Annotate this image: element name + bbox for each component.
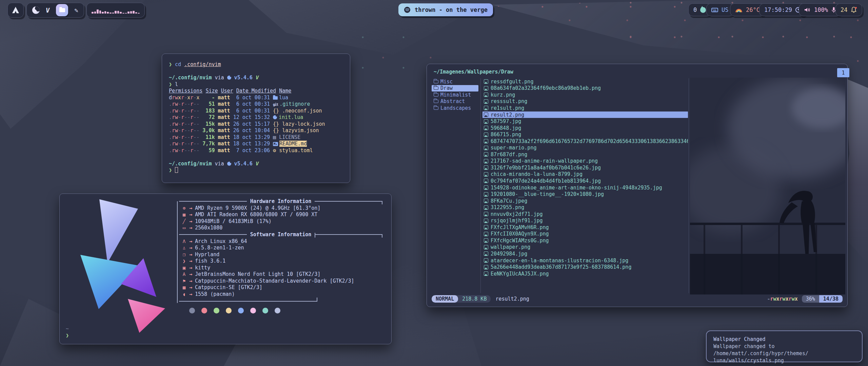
palette-color-dot (250, 308, 256, 313)
scroll-percent: 36% (802, 295, 819, 303)
file-list-item[interactable]: ressdfgult.png (482, 78, 688, 85)
sidebar-item-landscapes[interactable]: Landscapes (432, 105, 478, 111)
firefox-workspace-icon[interactable] (32, 6, 40, 14)
file-size: 72 (202, 114, 218, 120)
file-list-item[interactable]: 3126f7e9bbf21a8a4af0b67b041c6e26.jpg (482, 164, 688, 171)
ls-file-row[interactable]: .rw-r--r-- 72 matt 12 oct 15:32 init.lua (169, 114, 343, 121)
image-file-icon (484, 119, 488, 124)
file-size: 218.8 KB (458, 295, 491, 303)
ls-file-row[interactable]: .rw-r--r-- 7,7k matt 18 oct 13:29 M↓READ… (169, 141, 343, 147)
visualizer-bar (138, 13, 140, 14)
file-name: super-mario.png (491, 145, 536, 151)
ls-file-row[interactable]: drwxr-xr-x - matt 6 oct 00:31 lua (169, 95, 343, 101)
file-list-item[interactable]: chica-mirando-la-luna-8799.jpg (482, 171, 688, 178)
ls-file-row[interactable]: .rw-r--r-- 11k matt 18 oct 13:29 ▤ LICEN… (169, 134, 343, 141)
terminal-window[interactable]: ❯ cd .config/nvim ~/.config/nvim via v5.… (162, 54, 350, 183)
visualizer-bar (112, 13, 114, 14)
file-list-item[interactable]: resssult.png (482, 98, 688, 105)
file-name: 154928-odinokoe_anime-art-anime-okno-sin… (491, 185, 662, 191)
file-list-item[interactable]: kurz.png (482, 92, 688, 98)
visualizer-bar (127, 12, 130, 14)
ls-file-row[interactable]: .rw-r--r-- 51 matt 6 oct 00:31 git.gitig… (169, 101, 343, 108)
file-list-item[interactable]: rsjqojlmjhf91.jpg (482, 217, 688, 224)
file-list-item[interactable]: 587597.jpg (482, 118, 688, 125)
file-list-item[interactable]: result2.png (482, 111, 688, 118)
image-file-icon (484, 232, 488, 236)
sidebar-item-draw[interactable]: Draw (432, 85, 478, 92)
sidebar-item-abstract[interactable]: Abstract (432, 98, 478, 105)
file-list-item[interactable]: FXfcJlTXgAMvH6R.png (482, 224, 688, 231)
file-list-item[interactable]: 8FKa7Cu.jpeg (482, 198, 688, 204)
file-list-item[interactable]: 19201080-__blue-tinge__-1920×1080.jpg (482, 191, 688, 198)
file-list-item[interactable]: 154928-odinokoe_anime-art-anime-okno-sin… (482, 184, 688, 191)
file-list-item[interactable]: 0c794faf07de24a4db4d4fb1eb813964.jpg (482, 178, 688, 184)
file-list-item[interactable]: 87r687df.png (482, 151, 688, 158)
shell-cwd: ~/.config/nvim (169, 75, 212, 81)
packages-icon: ◖ (179, 291, 189, 297)
file-date: 26 oct 10:04 (233, 127, 273, 134)
file-list-item[interactable]: 866715.png (482, 131, 688, 138)
ls-file-row[interactable]: .rw-r--r-- 183 matt 6 oct 00:31 {} .neoc… (169, 108, 343, 115)
notifications-count: 24 (841, 6, 847, 13)
file-list-item[interactable]: 68747470733a2f2f696d616765732d7769786d70… (482, 138, 688, 145)
notifications-module[interactable]: 24 (835, 3, 862, 16)
software-section-header: Software Information (179, 231, 382, 238)
theme-icon: ⚑ (179, 278, 189, 284)
paint-workspace-icon[interactable]: ✎ (74, 6, 78, 14)
launcher-button[interactable] (7, 3, 24, 18)
fetch-shell-prompt[interactable]: ~ ❯ (66, 325, 69, 339)
sidebar-item-misc[interactable]: Misc (432, 78, 478, 85)
file-name: 5a266e448add93deab367d87173e9f25-6837886… (491, 264, 631, 270)
fetch-frame-line (177, 201, 178, 303)
file-list-item[interactable]: 217167-sad-anime-rain-wallpaper.png (482, 158, 688, 165)
file-list-item[interactable]: 5a266e448add93deab367d87173e9f25-6837886… (482, 264, 688, 270)
fetch-info-row: ♙→6.5.8-zen1-1-zen (179, 245, 382, 251)
icons-icon: ▩ (179, 285, 189, 290)
file-list-item[interactable]: 596848.jpg (482, 125, 688, 131)
audio-module[interactable]: 100% (799, 3, 841, 16)
file-name: 596848.jpg (491, 125, 521, 131)
folder-icon (434, 106, 438, 110)
file-size: 15k (202, 121, 218, 127)
files-workspace-active[interactable] (56, 4, 68, 16)
file-list-item[interactable]: FXfcHgcWIAMzs0G.png (482, 237, 688, 244)
file-list-item[interactable]: atardecer-en-la-montanas-ilustracion-634… (482, 257, 688, 264)
arrow-icon: → (189, 205, 195, 211)
bell-icon (851, 6, 857, 13)
image-file-icon (484, 271, 488, 276)
ls-file-row[interactable]: .rw-r--r-- 15k matt 26 oct 15:17 {} lazy… (169, 121, 343, 128)
image-file-icon (484, 146, 488, 150)
ls-file-row[interactable]: .rw-r--r-- 59 matt 7 oct 23:06 ⚙ stylua.… (169, 147, 343, 154)
lua-version: v5.4.6 (231, 75, 256, 81)
file-list-item[interactable]: super-mario.png (482, 144, 688, 151)
file-list-item[interactable]: wallpaper.png (482, 244, 688, 251)
file-list-item[interactable]: 08a634fa02a32364f69ebc86a98eb1eb.png (482, 85, 688, 92)
file-name: wallpaper.png (491, 244, 530, 250)
vim-workspace-icon[interactable]: V (45, 6, 51, 14)
visualizer-bar (135, 12, 137, 14)
file-list: ressdfgult.png08a634fa02a32364f69ebc86a9… (482, 78, 688, 277)
keyboard-layout-module[interactable]: US (706, 3, 733, 16)
file-list-item[interactable]: 20492984.jpg (482, 250, 688, 257)
sidebar-item-minimalist[interactable]: Minimalist (432, 92, 478, 98)
terminal-input-line[interactable]: ❯ (169, 167, 343, 174)
tab-badge[interactable]: 1 (837, 68, 849, 77)
file-list-item[interactable]: re1sult.png (482, 105, 688, 111)
file-manager-window[interactable]: ~/Imagenes/Wallpapers/Draw 1 MiscDrawMin… (427, 64, 848, 307)
workspace-switcher[interactable]: V ✎ (26, 3, 84, 18)
command-arg: .config/nvim (184, 61, 221, 67)
ls-file-row[interactable]: .rw-r--r-- 3,0k matt 26 oct 10:04 {} laz… (169, 127, 343, 134)
file-list-item[interactable]: EeNKYgIUcAAJ5JX.png (482, 270, 688, 277)
wm-icon: ❐ (179, 252, 189, 257)
file-name: .neoconf.json (282, 108, 322, 114)
file-list-item[interactable]: nnvuv0xj2df71.jpg (482, 211, 688, 218)
media-player-widget[interactable]: thrown - on the verge (398, 3, 493, 16)
notification-popup[interactable]: Wallpaper Changed Wallpaper changed to /… (706, 330, 863, 362)
scroll-position-group: 36% 14/38 (802, 295, 843, 303)
json-icon: {} (273, 121, 282, 127)
file-list-item[interactable]: FXfcII0X0AQyn9X.png (482, 231, 688, 238)
file-name: lazy-lock.json (282, 121, 325, 127)
file-list-item[interactable]: 3122955.png (482, 204, 688, 211)
image-file-icon (484, 113, 488, 117)
fetch-info-row: ⊚→AMD Ryzen 9 5900X (24) @ 4.9GHz [61.3°… (179, 205, 382, 211)
